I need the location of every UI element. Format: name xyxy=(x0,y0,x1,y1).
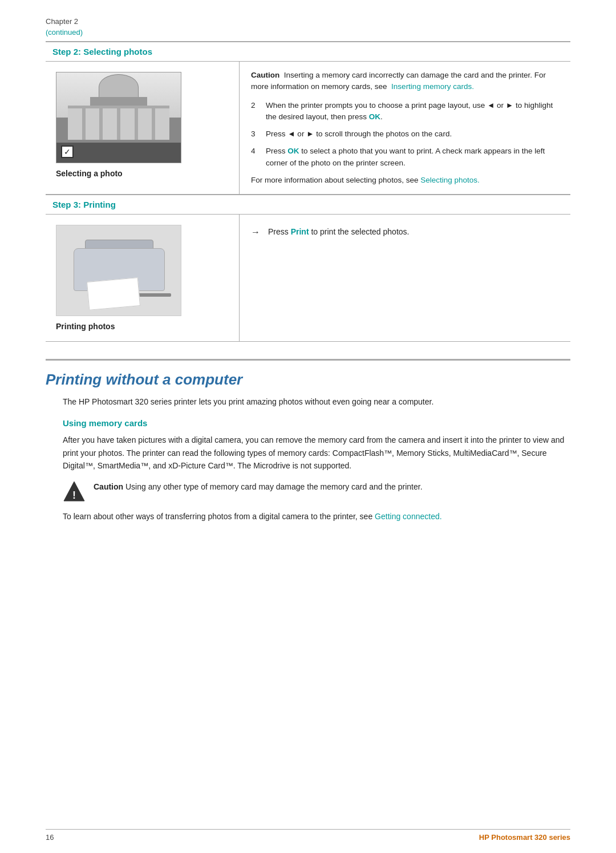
footer-page-num: 16 xyxy=(46,833,54,842)
column5 xyxy=(138,108,152,140)
see-prefix: To learn about other ways of transferrin… xyxy=(63,512,375,521)
step2-num-4: 4 xyxy=(251,145,260,157)
step2-text-3: Press ◄ or ► to scroll through the photo… xyxy=(266,128,559,140)
step2-more-info: For more information about selecting pho… xyxy=(251,175,559,186)
step3-heading: Step 3: Printing xyxy=(46,195,570,215)
trees xyxy=(56,143,181,163)
printer-image xyxy=(56,225,181,316)
main-heading: Printing without a computer xyxy=(46,371,570,389)
columns xyxy=(68,106,169,140)
step2-content: ✓ Selecting a photo Caution Inserting a … xyxy=(46,62,570,195)
step3-right: → Press Print to print the selected phot… xyxy=(240,215,570,341)
step2-num-2: 2 xyxy=(251,100,260,111)
chapter-label: Chapter 2 xyxy=(46,17,570,26)
arrow-icon: → xyxy=(251,227,260,237)
main-caution-box: ! Caution Using any other type of memory… xyxy=(63,480,570,502)
step2-image-caption: Selecting a photo xyxy=(56,169,229,178)
warning-triangle-icon: ! xyxy=(63,480,86,502)
checkmark-icon: ✓ xyxy=(61,145,74,158)
caution-title: Caution xyxy=(251,71,279,79)
print-link[interactable]: Print xyxy=(291,227,309,236)
intro-text: The HP Photosmart 320 series printer let… xyxy=(63,395,570,408)
selecting-photos-link[interactable]: Selecting photos. xyxy=(420,176,480,184)
step2-list: 2 When the printer prompts you to choose… xyxy=(251,100,559,169)
step3-left: Printing photos xyxy=(46,215,240,341)
main-caution-title: Caution xyxy=(94,482,123,491)
dome xyxy=(99,74,139,100)
step2-caution: Caution Inserting a memory card incorrec… xyxy=(251,70,559,93)
step2-num-3: 3 xyxy=(251,128,260,140)
more-info-prefix: For more information about selecting pho… xyxy=(251,176,420,184)
selecting-photo-image: ✓ xyxy=(56,72,181,163)
using-memory-cards-heading: Using memory cards xyxy=(63,418,570,428)
svg-text:!: ! xyxy=(72,490,76,501)
step2-right: Caution Inserting a memory card incorrec… xyxy=(240,62,570,194)
step2-heading: Step 2: Selecting photos xyxy=(46,42,570,62)
step2-item-3: 3 Press ◄ or ► to scroll through the pho… xyxy=(251,128,559,140)
step2-caution-text: Caution Inserting a memory card incorrec… xyxy=(251,70,559,93)
column1 xyxy=(68,108,82,140)
see-text: To learn about other ways of transferrin… xyxy=(63,510,570,523)
main-caution-text: Caution Using any other type of memory c… xyxy=(94,480,423,493)
continued-label: (continued) xyxy=(46,28,570,37)
step2-item-2: 2 When the printer prompts you to choose… xyxy=(251,100,559,123)
step2-text-2: When the printer prompts you to choose a… xyxy=(266,100,559,123)
body-text-1: After you have taken pictures with a dig… xyxy=(63,434,570,472)
step3-text: Press Print to print the selected photos… xyxy=(268,227,409,236)
ok-text-1: OK xyxy=(369,112,380,121)
column4 xyxy=(120,108,135,140)
step3-image-caption: Printing photos xyxy=(56,322,229,331)
inserting-memory-cards-link[interactable]: Inserting memory cards. xyxy=(391,82,474,91)
column6 xyxy=(155,108,169,140)
column3 xyxy=(103,108,117,140)
printer-paper xyxy=(87,277,140,310)
main-caution-body: Using any other type of memory card may … xyxy=(123,482,422,491)
step3-print-instruction: → Press Print to print the selected phot… xyxy=(251,223,559,237)
footer-product: HP Photosmart 320 series xyxy=(479,833,570,842)
ok-text-2: OK xyxy=(287,147,299,155)
warning-triangle-container: ! xyxy=(63,480,86,502)
footer: 16 HP Photosmart 320 series xyxy=(46,829,570,842)
step3-content: Printing photos → Press Print to print t… xyxy=(46,215,570,342)
step2-left: ✓ Selecting a photo xyxy=(46,62,240,194)
getting-connected-link[interactable]: Getting connected. xyxy=(375,512,442,521)
step2-text-4: Press OK to select a photo that you want… xyxy=(266,145,559,169)
column2 xyxy=(86,108,100,140)
step2-item-4: 4 Press OK to select a photo that you wa… xyxy=(251,145,559,169)
main-section: Printing without a computer The HP Photo… xyxy=(46,359,570,523)
